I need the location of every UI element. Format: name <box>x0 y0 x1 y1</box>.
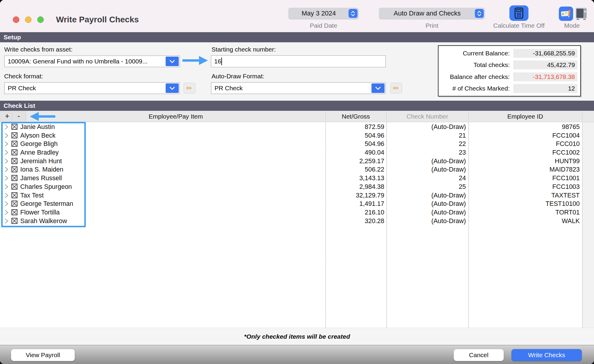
close-window-button[interactable] <box>13 16 19 23</box>
table-row[interactable]: Flower Tortilla 216.10 (Auto-Draw) TORT0… <box>0 208 594 217</box>
disclosure-chevron-icon[interactable] <box>5 218 8 224</box>
title-bar: Write Payroll Checks May 3 2024 Paid Dat… <box>0 0 594 32</box>
table-row[interactable]: Charles Spurgeon 2,984.38 25 FCC1003 <box>0 183 594 191</box>
starting-check-number-value: 16 <box>214 58 221 65</box>
employee-name: Alyson Beck <box>20 132 55 139</box>
net-gross-value: 504.96 <box>325 132 384 139</box>
check-list-table-header: + - Employee/Pay Item Net/Gross Check Nu… <box>0 111 594 122</box>
row-checkbox[interactable] <box>11 124 18 130</box>
employee-id-value: FCC010 <box>468 140 580 148</box>
employee-id-value: 98765 <box>468 123 580 131</box>
column-header-net-gross[interactable]: Net/Gross <box>325 111 386 122</box>
table-row[interactable]: James Russell 3,143.13 24 FCC1001 <box>0 174 594 183</box>
table-row[interactable]: George Bligh 504.96 22 FCC010 <box>0 140 594 148</box>
minimize-window-button[interactable] <box>25 16 32 23</box>
row-checkbox[interactable] <box>11 166 18 172</box>
disclosure-chevron-icon[interactable] <box>5 201 8 206</box>
paid-date-popup[interactable]: May 3 2024 <box>288 8 359 19</box>
disclosure-chevron-icon[interactable] <box>5 141 8 147</box>
disclosure-chevron-icon[interactable] <box>5 150 8 155</box>
setup-area: Write checks from asset: 10009A: General… <box>0 42 594 101</box>
check-format-label: Check format: <box>4 73 43 80</box>
employee-name: Anne Bradley <box>20 149 59 156</box>
paid-date-value: May 3 2024 <box>288 10 346 17</box>
payroll-check-mode-button[interactable]: $ <box>559 7 573 21</box>
vault-mode-icon[interactable] <box>575 7 587 20</box>
net-gross-value: 2,259.17 <box>325 158 384 165</box>
annotation-arrow-left <box>29 111 55 122</box>
table-row[interactable]: Alyson Beck 504.96 21 FCC1004 <box>0 131 594 140</box>
header-separator <box>12 112 12 120</box>
disclosure-chevron-icon[interactable] <box>5 167 8 172</box>
employee-id-value: TEST10100 <box>468 200 580 208</box>
table-row[interactable]: Janie Austin 872.59 (Auto-Draw) 98765 <box>0 123 594 131</box>
disclosure-chevron-icon[interactable] <box>5 184 8 189</box>
net-gross-value: 3,143.13 <box>325 175 384 182</box>
disclosure-chevron-icon[interactable] <box>5 210 8 215</box>
window-title: Write Payroll Checks <box>56 15 139 24</box>
summary-row: Current Balance: -31,668,255.59 <box>441 48 577 58</box>
row-checkbox[interactable] <box>11 192 18 198</box>
check-number-value: (Auto-Draw) <box>386 166 466 173</box>
view-payroll-button[interactable]: View Payroll <box>11 349 75 361</box>
edit-check-format-button[interactable]: ✎ <box>184 83 195 94</box>
asset-dropdown[interactable]: 10009A: General Fund with no Umbrella - … <box>4 55 180 67</box>
footnote: *Only checked items will be created <box>0 328 594 345</box>
table-row[interactable]: Iona S. Maiden 506.22 (Auto-Draw) MAID78… <box>0 165 594 174</box>
check-format-value: PR Check <box>5 85 166 92</box>
row-checkbox[interactable] <box>11 149 18 155</box>
summary-row: Total checks: 45,422.79 <box>441 60 577 70</box>
mode-label: Mode <box>553 22 591 29</box>
row-checkbox[interactable] <box>11 200 18 207</box>
row-checkbox[interactable] <box>11 183 18 190</box>
row-checkbox[interactable] <box>11 218 18 224</box>
table-row[interactable]: George Testerman 1,491.17 (Auto-Draw) TE… <box>0 200 594 208</box>
column-header-employee-id[interactable]: Employee ID <box>468 111 582 122</box>
employee-id-value: TORT01 <box>468 209 580 216</box>
add-row-button[interactable]: + <box>3 111 12 122</box>
employee-id-value: FCC1001 <box>468 175 580 182</box>
disclosure-chevron-icon[interactable] <box>5 193 8 198</box>
cancel-button[interactable]: Cancel <box>454 349 504 361</box>
column-header-check-number[interactable]: Check Number <box>386 111 468 122</box>
check-number-value: (Auto-Draw) <box>386 200 466 208</box>
write-checks-button[interactable]: Write Checks <box>511 349 582 361</box>
calculate-time-off-label: Calculate Time Off <box>486 22 552 29</box>
stepper-chevrons-icon <box>349 9 357 18</box>
table-row[interactable]: Sarah Walkerow 320.28 (Auto-Draw) WALK <box>0 217 594 225</box>
print-popup[interactable]: Auto Draw and Checks <box>379 8 485 19</box>
zoom-window-button[interactable] <box>37 16 44 23</box>
column-header-employee-pay-item[interactable]: Employee/Pay Item <box>26 111 325 122</box>
table-row[interactable]: Anne Bradley 490.04 23 FCC1002 <box>0 148 594 157</box>
row-checkbox[interactable] <box>11 209 18 215</box>
auto-draw-format-dropdown[interactable]: PR Check <box>211 82 386 94</box>
table-row[interactable]: Jeremiah Hunt 2,259.17 (Auto-Draw) HUNT9… <box>0 157 594 166</box>
balance-after-checks-label: Balance after checks: <box>441 73 513 80</box>
checks-marked-value: 12 <box>513 84 577 93</box>
total-checks-label: Total checks: <box>441 61 513 69</box>
check-number-value: 23 <box>386 149 466 156</box>
remove-row-button[interactable]: - <box>14 111 23 122</box>
setup-section-header: Setup <box>0 32 594 42</box>
auto-draw-format-label: Auto-Draw Format: <box>212 73 264 80</box>
header-separator <box>26 112 26 120</box>
employee-name: Janie Austin <box>20 123 55 131</box>
starting-check-number-input[interactable]: 16 <box>211 55 386 67</box>
disclosure-chevron-icon[interactable] <box>5 124 8 130</box>
summary-row: # of Checks Marked: 12 <box>441 83 577 94</box>
row-checkbox[interactable] <box>11 175 18 181</box>
disclosure-chevron-icon[interactable] <box>5 175 8 181</box>
table-row[interactable]: Tax Test 32,129.79 (Auto-Draw) TAXTEST <box>0 191 594 200</box>
disclosure-chevron-icon[interactable] <box>5 133 8 138</box>
net-gross-value: 216.10 <box>325 209 384 216</box>
edit-auto-draw-format-button[interactable]: ✎ <box>390 83 402 94</box>
current-balance-value: -31,668,255.59 <box>513 49 577 58</box>
calculate-time-off-button[interactable] <box>509 5 528 21</box>
disclosure-chevron-icon[interactable] <box>5 158 8 164</box>
net-gross-value: 1,491.17 <box>325 200 384 208</box>
row-checkbox[interactable] <box>11 141 18 147</box>
check-format-dropdown[interactable]: PR Check <box>4 82 180 94</box>
employee-name: Charles Spurgeon <box>20 183 72 191</box>
row-checkbox[interactable] <box>11 158 18 164</box>
row-checkbox[interactable] <box>11 132 18 139</box>
